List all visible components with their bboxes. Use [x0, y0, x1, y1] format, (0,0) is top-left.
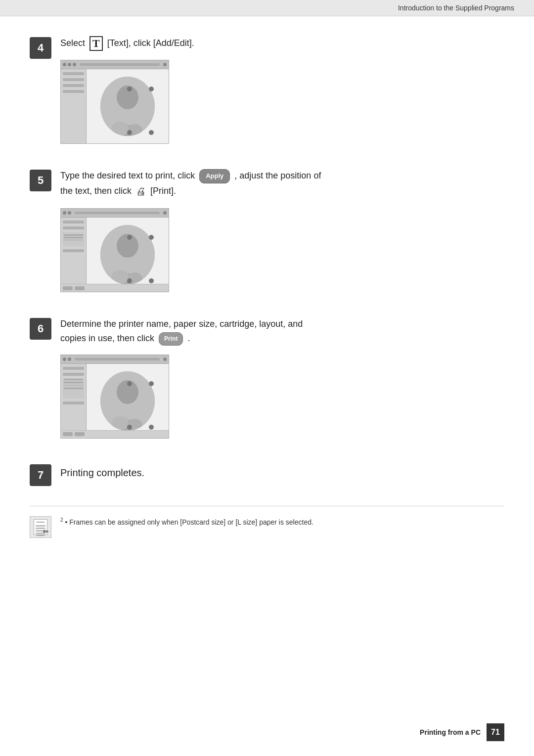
step-5-text-line4: [Print].: [150, 186, 176, 196]
photo-oval-5: [100, 225, 155, 284]
sidebar-line-6-2: [63, 373, 84, 376]
step-7-content: Printing completes.: [60, 463, 504, 479]
toolbar-dot-3: [73, 63, 76, 66]
mock-toolbar: [61, 60, 169, 69]
footer-page: 71: [487, 723, 504, 741]
step-4-text-after: [Text], click [Add/Edit].: [107, 38, 194, 48]
note-icon: ✏: [30, 516, 51, 538]
mock-main-area-5: Am I cute?: [87, 218, 169, 292]
mock-main-area: [87, 69, 169, 143]
photo-svg-6: [100, 371, 155, 431]
note-line-1: [36, 525, 45, 527]
step-6: 6 Determine the printer name, paper size…: [30, 317, 504, 439]
step-4-number: 4: [30, 37, 51, 59]
toolbar-dot-5-3: [163, 211, 167, 215]
print-button-inline: Print: [159, 332, 183, 346]
step-5-text: Type the desired text to print, click Ap…: [60, 169, 504, 199]
svg-point-2: [111, 122, 129, 135]
photo-svg-5: [100, 225, 155, 284]
corner-arrow-6-tr: [149, 381, 154, 386]
svg-point-6: [111, 270, 129, 284]
step-6-screenshot: Am I cute?: [60, 355, 169, 439]
mock-main-area-6: Am I cute?: [87, 364, 169, 438]
photo-oval-6: [100, 371, 155, 431]
step-5-number: 5: [30, 170, 51, 191]
sidebar-line-5-3: [63, 249, 84, 252]
step-5-text-line3: the text, then click: [60, 186, 134, 196]
apply-button-inline: Apply: [199, 169, 230, 183]
mock-sidebar: [61, 69, 87, 143]
sidebar-line-4: [63, 90, 84, 93]
step-6-text-line2: copies in use, then click: [60, 333, 157, 343]
toolbar-dot-5-2: [68, 211, 71, 215]
note-section: ✏ 2 • Frames can be assigned only when […: [30, 506, 504, 538]
corner-arrow-tr: [149, 87, 154, 91]
bottom-btn-5-2: [75, 286, 85, 290]
sidebar-line-5-2: [63, 226, 84, 229]
toolbar-dot-6-1: [63, 357, 66, 361]
step-6-text-line3: .: [187, 333, 190, 343]
footer-label: Printing from a PC: [420, 728, 481, 736]
print-icon: 🖨: [136, 183, 146, 199]
toolbar-dot-1: [63, 63, 66, 66]
toolbar-bar: [80, 63, 160, 66]
photo-container: [100, 77, 155, 136]
photo-container-5: Am I cute?: [100, 225, 155, 284]
photo-container-6: Am I cute?: [100, 371, 155, 431]
step-5-text-line2: , adjust the position of: [234, 171, 321, 180]
mock-toolbar-6: [61, 355, 169, 364]
note-content: Frames can be assigned only when [Postca…: [69, 518, 313, 526]
toolbar-dot-2: [68, 63, 71, 66]
sidebar-line-3: [63, 84, 84, 87]
toolbar-bar-6: [75, 358, 160, 360]
corner-arrow-6-bl: [127, 425, 132, 430]
bottom-btn-5-1: [63, 286, 73, 290]
mock-bottom-bar-5: [61, 284, 169, 292]
sidebar-line-6-1: [63, 367, 84, 370]
corner-arrow-br: [149, 130, 154, 135]
footer: Printing from a PC 71: [420, 723, 504, 741]
toolbar-dot-6-3: [163, 357, 167, 361]
step-5-content: Type the desired text to print, click Ap…: [60, 169, 504, 292]
header-title: Introduction to the Supplied Programs: [398, 4, 514, 12]
step-4: 4 Select T [Text], click [Add/Edit].: [30, 36, 504, 144]
page-header: Introduction to the Supplied Programs: [0, 0, 534, 16]
step-4-text-before: Select: [60, 38, 88, 48]
sidebar-panel: [63, 232, 84, 246]
photo-oval: [100, 77, 155, 136]
step-5-screenshot: Am I cute?: [60, 208, 169, 292]
mock-sidebar-5: [61, 218, 87, 292]
step-5: 5 Type the desired text to print, click …: [30, 169, 504, 292]
sidebar-line-5-1: [63, 221, 84, 223]
step-5-text-line1: Type the desired text to print, click: [60, 171, 197, 180]
step-7-number: 7: [30, 464, 51, 486]
mock-sidebar-6: [61, 364, 87, 438]
pencil-icon: ✏: [43, 528, 49, 535]
toolbar-dot-6-2: [68, 357, 71, 361]
toolbar-dot-4: [163, 63, 167, 66]
note-text: 2 • Frames can be assigned only when [Po…: [60, 516, 313, 528]
sidebar-line-2: [63, 78, 84, 81]
mock-toolbar-5: [61, 209, 169, 218]
step-6-text: Determine the printer name, paper size, …: [60, 317, 504, 346]
step-7-text: Printing completes.: [60, 467, 504, 479]
step-6-number: 6: [30, 318, 51, 340]
corner-arrow-6-tl: [127, 381, 132, 386]
note-number: 2: [60, 517, 63, 523]
note-bullet: •: [65, 518, 69, 526]
photo-svg: [100, 77, 155, 136]
bottom-btn-6-2: [75, 432, 85, 436]
main-content: 4 Select T [Text], click [Add/Edit].: [0, 16, 534, 568]
step-7: 7 Printing completes.: [30, 463, 504, 486]
corner-arrow-5-br: [149, 278, 154, 283]
step-6-content: Determine the printer name, paper size, …: [60, 317, 504, 439]
step-4-content: Select T [Text], click [Add/Edit].: [60, 36, 504, 144]
sidebar-line-6-3: [63, 401, 84, 404]
sidebar-panel-6: [63, 379, 84, 399]
step-4-screenshot: [60, 60, 169, 144]
toolbar-dot-5-1: [63, 211, 66, 215]
svg-point-10: [111, 416, 129, 430]
step-6-text-line1: Determine the printer name, paper size, …: [60, 319, 303, 329]
corner-arrow-6-br: [149, 425, 154, 430]
toolbar-bar-5: [75, 212, 160, 214]
